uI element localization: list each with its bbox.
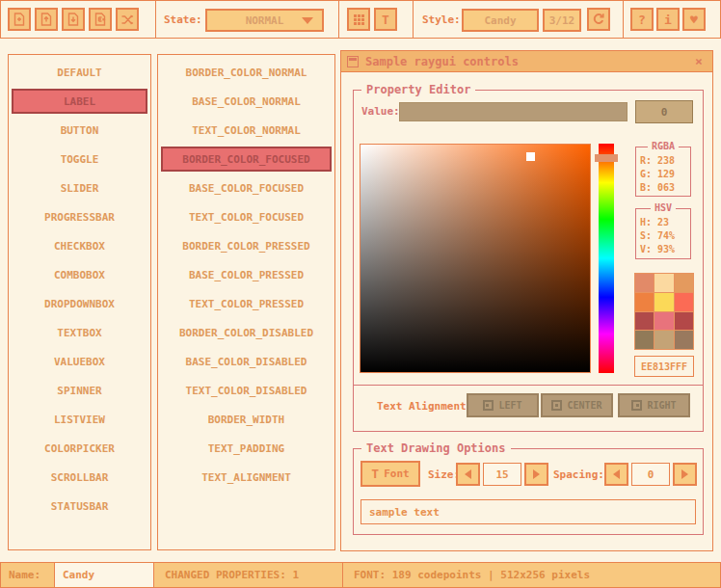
grid-icon xyxy=(353,13,365,26)
properties-list-item[interactable]: BASE_COLOR_FOCUSED xyxy=(161,175,332,200)
value-slider[interactable] xyxy=(399,102,628,121)
state-dropdown[interactable]: NORMAL xyxy=(205,9,324,32)
controls-list-item[interactable]: DEFAULT xyxy=(12,60,147,85)
size-value-box[interactable]: 15 xyxy=(483,463,521,486)
controls-list-item[interactable]: TOGGLE xyxy=(12,147,147,172)
hex-color-textbox[interactable]: EE813FFF xyxy=(634,356,694,377)
save-file-icon xyxy=(67,13,80,26)
properties-list-item[interactable]: BASE_COLOR_NORMAL xyxy=(161,89,332,114)
properties-list-item[interactable]: TEXT_COLOR_DISABLED xyxy=(161,378,332,403)
controls-list-item[interactable]: DROPDOWNBOX xyxy=(12,291,147,316)
close-button[interactable]: × xyxy=(691,54,707,69)
palette-swatch[interactable] xyxy=(635,312,654,331)
toolbar-divider xyxy=(413,1,414,38)
controls-list-item[interactable]: COMBOBOX xyxy=(12,262,147,287)
help-button[interactable]: ? xyxy=(630,8,654,31)
palette-swatch[interactable] xyxy=(675,312,693,331)
spacing-value: 0 xyxy=(648,468,654,481)
toolbar-divider xyxy=(338,1,339,38)
sponsor-button[interactable]: ♥ xyxy=(682,8,706,31)
hue-bar[interactable] xyxy=(599,144,614,373)
value-box-text: 0 xyxy=(661,106,668,119)
controls-list-item[interactable]: COLORPICKER xyxy=(12,436,147,461)
controls-list-item[interactable]: VALUEBOX xyxy=(12,349,147,374)
properties-list-item[interactable]: BORDER_COLOR_FOCUSED xyxy=(161,147,332,172)
controls-list-item[interactable]: LABEL xyxy=(12,89,147,114)
hsv-title: HSV xyxy=(651,202,676,213)
properties-list-item[interactable]: TEXT_COLOR_PRESSED xyxy=(161,291,332,316)
style-name-button[interactable]: Candy xyxy=(462,9,539,32)
palette-swatch[interactable] xyxy=(654,274,673,292)
spacing-increment-button[interactable] xyxy=(673,463,697,486)
controls-list-item[interactable]: BUTTON xyxy=(12,118,147,143)
export-style-button[interactable] xyxy=(89,8,112,31)
properties-list-item[interactable]: TEXT_COLOR_FOCUSED xyxy=(161,204,332,229)
font-info-text: FONT: 189 codepoints | 512x256 pixels xyxy=(354,569,590,581)
spacing-value-box[interactable]: 0 xyxy=(631,463,670,486)
properties-list-item[interactable]: BASE_COLOR_PRESSED xyxy=(161,262,332,287)
properties-list-item[interactable]: BORDER_COLOR_PRESSED xyxy=(161,233,332,258)
info-button[interactable]: i xyxy=(656,8,680,31)
controls-list-item[interactable]: CHECKBOX xyxy=(12,233,147,258)
palette-swatch[interactable] xyxy=(654,312,673,331)
toolbar: State: NORMAL T Style: Candy 3/12 ? xyxy=(0,0,721,39)
color-picker-panel[interactable] xyxy=(360,144,591,373)
hsv-v-value: V: 93% xyxy=(640,243,690,256)
property-editor-title: Property Editor xyxy=(361,83,475,96)
close-icon: × xyxy=(695,54,703,68)
changed-properties-text: CHANGED PROPERTIES: 1 xyxy=(165,569,299,581)
sample-text-textbox[interactable]: sample text xyxy=(360,499,696,524)
size-decrement-button[interactable] xyxy=(456,463,480,486)
properties-list-item[interactable]: BASE_COLOR_DISABLED xyxy=(161,349,332,374)
style-table-button[interactable] xyxy=(347,8,370,31)
align-left-button[interactable]: LEFT xyxy=(467,393,539,417)
palette-swatch[interactable] xyxy=(675,274,693,292)
sample-text-value: sample text xyxy=(369,506,440,519)
open-style-button[interactable] xyxy=(35,8,58,31)
shuffle-icon xyxy=(120,13,134,26)
reload-style-button[interactable] xyxy=(587,8,610,31)
value-box[interactable]: 0 xyxy=(635,100,693,123)
palette-swatch[interactable] xyxy=(654,293,673,311)
statusbar: Name: Candy CHANGED PROPERTIES: 1 FONT: … xyxy=(0,562,721,588)
palette-swatch[interactable] xyxy=(635,274,654,292)
window-icon xyxy=(347,56,359,67)
palette-swatch[interactable] xyxy=(635,331,654,349)
properties-list-item[interactable]: BORDER_WIDTH xyxy=(161,407,332,432)
random-style-button[interactable] xyxy=(116,8,139,31)
align-right-button[interactable]: RIGHT xyxy=(618,393,690,417)
controls-list-item[interactable]: SLIDER xyxy=(12,175,147,200)
properties-list-item[interactable]: TEXT_PADDING xyxy=(161,436,332,461)
new-style-button[interactable] xyxy=(8,8,31,31)
controls-list-item[interactable]: LISTVIEW xyxy=(12,407,147,432)
size-increment-button[interactable] xyxy=(524,463,548,486)
palette-swatch[interactable] xyxy=(654,331,673,349)
help-icon: ? xyxy=(638,13,646,27)
separator-line xyxy=(354,385,703,386)
controls-list-item[interactable]: PROGRESSBAR xyxy=(12,204,147,229)
align-center-button[interactable]: CENTER xyxy=(541,393,613,417)
properties-list-item[interactable]: BORDER_COLOR_NORMAL xyxy=(161,60,332,85)
save-style-button[interactable] xyxy=(62,8,85,31)
controls-list-item[interactable]: SCROLLBAR xyxy=(12,465,147,490)
font-atlas-button[interactable]: T xyxy=(374,8,397,31)
hue-bar-cursor[interactable] xyxy=(595,154,618,162)
font-info-cell: FONT: 189 codepoints | 512x256 pixels xyxy=(342,562,721,588)
properties-list-item[interactable]: BORDER_COLOR_DISABLED xyxy=(161,320,332,345)
color-picker-cursor[interactable] xyxy=(526,152,535,161)
triangle-right-icon xyxy=(533,469,540,479)
font-button[interactable]: T Font xyxy=(360,461,420,487)
palette-swatch[interactable] xyxy=(675,293,693,311)
controls-list-item[interactable]: TEXTBOX xyxy=(12,320,147,345)
style-name-input[interactable]: Candy xyxy=(54,562,154,588)
controls-list-item[interactable]: STATUSBAR xyxy=(12,494,147,519)
properties-list-item[interactable]: TEXT_COLOR_NORMAL xyxy=(161,118,332,143)
rgba-b-value: B: 063 xyxy=(640,181,690,195)
palette-swatch[interactable] xyxy=(635,293,654,311)
properties-list-item[interactable]: TEXT_ALIGNMENT xyxy=(161,465,332,490)
triangle-right-icon xyxy=(681,469,688,479)
palette-swatch[interactable] xyxy=(675,331,693,349)
spacing-decrement-button[interactable] xyxy=(604,463,628,486)
controls-list-item[interactable]: SPINNER xyxy=(12,378,147,403)
rgba-g-value: G: 129 xyxy=(640,168,690,181)
